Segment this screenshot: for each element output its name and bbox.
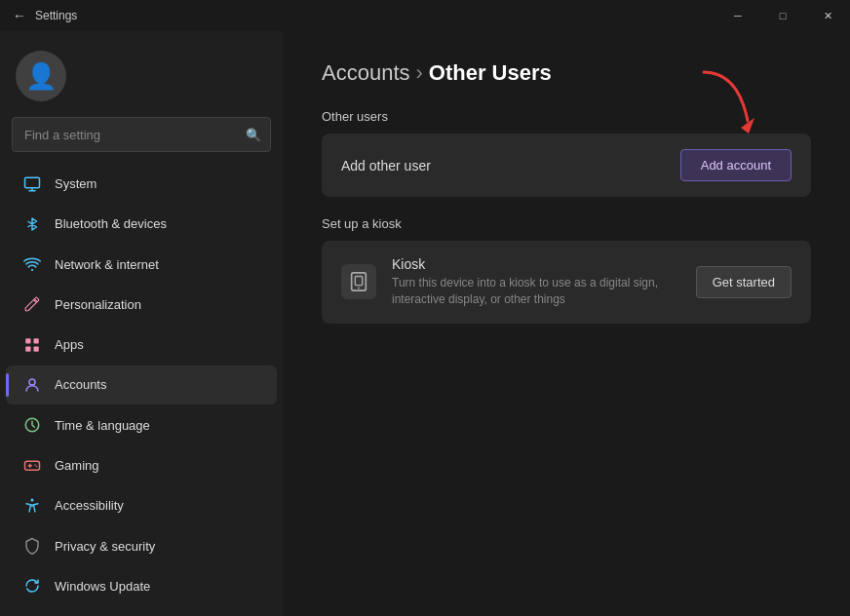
svg-point-10 xyxy=(36,466,38,468)
system-icon xyxy=(21,173,43,195)
breadcrumb-parent[interactable]: Accounts xyxy=(322,60,410,86)
sidebar-item-label-system: System xyxy=(55,176,97,191)
sidebar-item-personalization[interactable]: Personalization xyxy=(6,286,277,324)
user-avatar-icon: 👤 xyxy=(25,61,57,92)
kiosk-section-label: Set up a kiosk xyxy=(322,216,811,231)
sidebar-item-privacy[interactable]: Privacy & security xyxy=(6,526,277,564)
sidebar-item-label-personalization: Personalization xyxy=(55,297,141,312)
sidebar-item-label-apps: Apps xyxy=(55,337,84,352)
sidebar-item-apps[interactable]: Apps xyxy=(6,326,277,364)
other-users-section-label: Other users xyxy=(322,109,811,124)
svg-rect-3 xyxy=(34,338,39,343)
accessibility-icon xyxy=(21,495,43,517)
svg-rect-4 xyxy=(25,346,30,351)
time-icon xyxy=(21,414,43,436)
back-button[interactable]: ← xyxy=(12,8,27,23)
sidebar: 👤 🔍 System Bluetooth & devices xyxy=(0,31,283,616)
kiosk-title: Kiosk xyxy=(392,256,680,272)
kiosk-row: Kiosk Turn this device into a kiosk to u… xyxy=(341,256,792,308)
svg-rect-0 xyxy=(25,177,40,188)
kiosk-card: Kiosk Turn this device into a kiosk to u… xyxy=(322,241,811,324)
svg-point-9 xyxy=(34,465,36,467)
sidebar-item-network[interactable]: Network & internet xyxy=(6,246,277,284)
gaming-icon xyxy=(21,454,43,476)
app-title: Settings xyxy=(35,9,77,22)
search-input[interactable] xyxy=(12,117,271,152)
sidebar-item-gaming[interactable]: Gaming xyxy=(6,446,277,484)
sidebar-item-label-privacy: Privacy & security xyxy=(55,539,155,554)
bluetooth-icon xyxy=(21,213,43,235)
network-icon xyxy=(21,253,43,275)
svg-point-6 xyxy=(29,379,35,385)
svg-point-1 xyxy=(31,269,33,271)
breadcrumb-separator: › xyxy=(416,60,423,86)
svg-rect-2 xyxy=(25,338,30,343)
search-box: 🔍 xyxy=(12,117,271,152)
kiosk-text: Kiosk Turn this device into a kiosk to u… xyxy=(392,256,680,308)
breadcrumb: Accounts › Other Users xyxy=(322,60,811,86)
personalization-icon xyxy=(21,293,43,315)
avatar: 👤 xyxy=(16,51,66,101)
svg-point-15 xyxy=(358,288,360,289)
add-user-row: Add other user Add account xyxy=(341,149,792,181)
sidebar-item-label-network: Network & internet xyxy=(55,257,159,272)
sidebar-item-update[interactable]: Windows Update xyxy=(6,567,277,605)
svg-rect-14 xyxy=(355,277,362,286)
minimize-button[interactable]: ─ xyxy=(715,0,760,31)
privacy-icon xyxy=(21,535,43,557)
sidebar-item-system[interactable]: System xyxy=(6,165,277,203)
maximize-button[interactable]: □ xyxy=(760,0,805,31)
accounts-icon xyxy=(21,374,43,396)
sidebar-item-label-time: Time & language xyxy=(55,418,150,433)
add-user-card: Add other user Add account xyxy=(322,134,811,197)
kiosk-description: Turn this device into a kiosk to use as … xyxy=(392,275,680,308)
sidebar-item-time[interactable]: Time & language xyxy=(6,406,277,444)
kiosk-icon xyxy=(341,264,376,299)
sidebar-item-bluetooth[interactable]: Bluetooth & devices xyxy=(6,205,277,243)
update-icon xyxy=(21,575,43,597)
sidebar-item-label-gaming: Gaming xyxy=(55,458,99,473)
content-area: Accounts › Other Users Other users Add o… xyxy=(283,31,850,616)
get-started-button[interactable]: Get started xyxy=(696,266,792,298)
window-controls: ─ □ ✕ xyxy=(715,0,850,31)
sidebar-item-label-bluetooth: Bluetooth & devices xyxy=(55,216,167,231)
user-avatar-area: 👤 xyxy=(0,31,283,117)
sidebar-item-accounts[interactable]: Accounts xyxy=(6,366,277,404)
apps-icon xyxy=(21,334,43,356)
sidebar-item-accessibility[interactable]: Accessibility xyxy=(6,486,277,524)
svg-point-11 xyxy=(31,498,34,501)
close-button[interactable]: ✕ xyxy=(805,0,850,31)
add-account-button[interactable]: Add account xyxy=(680,149,792,181)
sidebar-item-label-update: Windows Update xyxy=(55,579,150,594)
search-icon: 🔍 xyxy=(246,128,261,142)
breadcrumb-current: Other Users xyxy=(429,60,552,86)
sidebar-item-label-accounts: Accounts xyxy=(55,377,106,392)
sidebar-item-label-accessibility: Accessibility xyxy=(55,498,124,513)
titlebar: ← Settings ─ □ ✕ xyxy=(0,0,850,31)
add-user-label: Add other user xyxy=(341,158,431,173)
svg-rect-5 xyxy=(34,346,39,351)
